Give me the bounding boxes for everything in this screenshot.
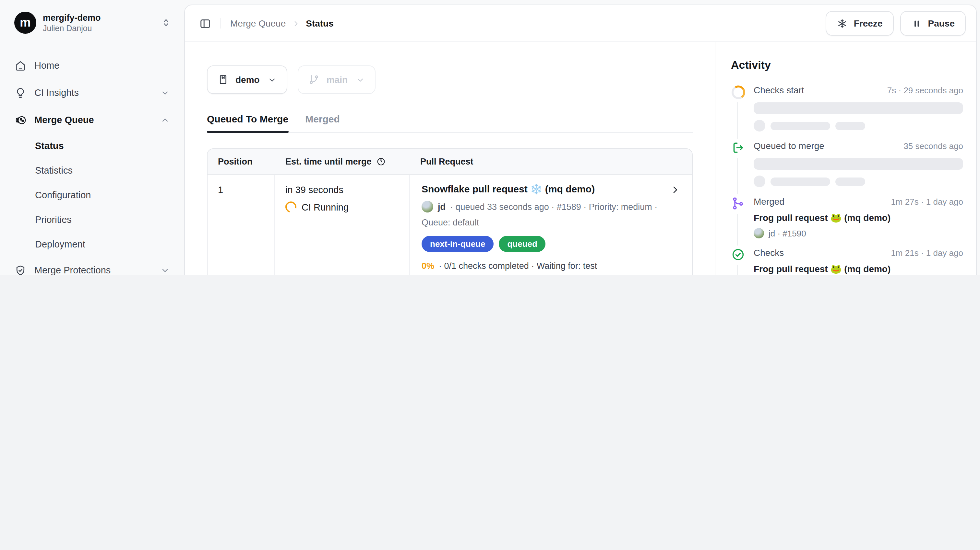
org-switcher[interactable]: m mergify-demo Julien Danjou (9, 8, 177, 38)
git-merge-icon (731, 196, 745, 211)
activity-item[interactable]: Checks start7s · 29 seconds ago (731, 85, 963, 141)
check-circle-icon (731, 247, 745, 262)
branch-select-value: main (326, 74, 348, 85)
activity-time: 35 seconds ago (904, 141, 963, 151)
freeze-button[interactable]: Freeze (826, 11, 894, 36)
chevron-down-icon (355, 75, 365, 84)
sidebar-item-ci-insights[interactable]: CI Insights (8, 79, 177, 106)
chevron-right-icon[interactable] (670, 183, 680, 195)
chevron-up-icon (160, 115, 170, 125)
queue-row[interactable]: 1 in 39 seconds CI Running Snowfl (208, 175, 692, 275)
activity-item[interactable]: Merged1m 27s · 1 day agoFrog pull reques… (731, 196, 963, 247)
loading-skeleton (754, 102, 963, 141)
sidebar-item-statistics[interactable]: Statistics (8, 158, 177, 183)
breadcrumb-status: Status (306, 18, 334, 29)
pr-checks-summary: 0% · 0/1 checks completed · Waiting for:… (422, 261, 680, 271)
sidebar-item-label: Statistics (35, 165, 73, 176)
activity-label: Queued to merge (754, 141, 824, 151)
activity-pr-title: Frog pull request 🐸 (mq demo) (754, 264, 963, 274)
breadcrumb-merge-queue[interactable]: Merge Queue (230, 18, 286, 29)
repository-select[interactable]: demo (207, 65, 288, 94)
pull-request-title[interactable]: Snowflake pull request ❄️ (mq demo) (422, 183, 595, 195)
main-area: Merge Queue Status Freeze Pause (184, 0, 980, 275)
avatar-jd (422, 201, 433, 212)
sidebar-item-label: Home (34, 60, 59, 71)
sidebar-item-deployment[interactable]: Deployment (8, 232, 177, 257)
activity-byline: jd · #1590 (754, 228, 963, 247)
sidebar-item-status[interactable]: Status (8, 133, 177, 158)
sidebar-item-label: Merge Protections (34, 265, 111, 275)
app: m mergify-demo Julien Danjou HomeCI Insi… (0, 0, 980, 275)
org-name: mergify-demo (43, 13, 101, 22)
sidebar-toggle-button[interactable] (199, 17, 212, 30)
queue-tabs: Queued To Merge Merged (207, 113, 693, 133)
divider (221, 18, 221, 29)
queue-row-position: 1 (208, 175, 275, 275)
activity-item[interactable]: Checks1m 21s · 1 day agoFrog pull reques… (731, 247, 963, 275)
chevrons-up-down-icon (161, 17, 171, 28)
queue-table: Position Est. time until merge Pull Requ… (207, 148, 693, 275)
main-card: Merge Queue Status Freeze Pause (184, 5, 977, 275)
git-branch-icon (309, 74, 320, 86)
repository-select-value: demo (235, 74, 260, 85)
pr-author: jd (438, 202, 445, 211)
sidebar-item-home[interactable]: Home (8, 52, 177, 79)
column-position: Position (208, 149, 275, 174)
sidebar-item-label: CI Insights (34, 87, 79, 98)
help-circle-icon[interactable] (376, 157, 386, 166)
tab-merged[interactable]: Merged (305, 113, 340, 132)
tab-queued-to-merge[interactable]: Queued To Merge (207, 113, 288, 132)
shield-check-icon (14, 264, 27, 275)
label-next-in-queue: next-in-queue (422, 236, 493, 252)
activity-item[interactable]: Queued to merge35 seconds ago (731, 141, 963, 196)
branch-select: main (298, 65, 375, 94)
sidebar-item-label: Merge Queue (34, 115, 94, 125)
sidebar-nav: HomeCI InsightsMerge QueueStatusStatisti… (0, 43, 184, 275)
org-user: Julien Danjou (43, 24, 101, 33)
mergify-logo: m (14, 12, 36, 34)
sidebar-item-label: Configuration (35, 190, 91, 200)
activity-list: Checks start7s · 29 seconds agoQueued to… (731, 85, 963, 275)
activity-title: Activity (731, 59, 963, 72)
chevron-down-icon (160, 88, 170, 98)
chevron-down-icon (160, 265, 170, 275)
pause-button[interactable]: Pause (900, 11, 966, 36)
breadcrumb-chevron-icon (291, 19, 300, 27)
activity-label: Checks start (754, 85, 804, 95)
sidebar-item-merge-protections[interactable]: Merge Protections (8, 257, 177, 275)
pull-request-meta: jd · queued 33 seconds ago · #1589 · Pri… (422, 201, 680, 212)
chevron-down-icon (267, 75, 277, 84)
activity-label: Merged (754, 196, 784, 207)
sidebar-item-label: Deployment (35, 239, 85, 249)
activity-time: 7s · 29 seconds ago (887, 86, 963, 95)
sidebar-item-configuration[interactable]: Configuration (8, 183, 177, 207)
loading-skeleton (754, 158, 963, 196)
sidebar-item-merge-queue[interactable]: Merge Queue (8, 106, 177, 133)
sidebar-item-priorities[interactable]: Priorities (8, 207, 177, 232)
snowflake-icon (837, 18, 848, 29)
avatar-jd (754, 228, 764, 238)
home-icon (14, 59, 27, 71)
column-pull-request: Pull Request (410, 149, 692, 174)
activity-label: Checks (754, 247, 784, 258)
activity-time: 1m 27s · 1 day ago (891, 197, 963, 207)
topbar: Merge Queue Status Freeze Pause (185, 5, 976, 42)
sidebar-item-label: Status (35, 141, 64, 151)
activity-panel: Activity Checks start7s · 29 seconds ago… (715, 42, 976, 275)
column-est-time: Est. time until merge (275, 149, 410, 174)
ci-running-spinner-icon (283, 200, 298, 214)
sidebar: m mergify-demo Julien Danjou HomeCI Insi… (0, 0, 184, 275)
queue-table-header: Position Est. time until merge Pull Requ… (208, 149, 692, 175)
lightbulb-icon (14, 87, 27, 99)
queue-row-eta: in 39 seconds (285, 185, 399, 195)
sidebar-item-label: Priorities (35, 214, 72, 225)
queued-to-merge-icon (731, 141, 745, 155)
breadcrumb: Merge Queue Status (230, 18, 334, 29)
pr-queue-name: Queue: default (422, 218, 680, 227)
repository-icon (217, 74, 229, 86)
activity-time: 1m 21s · 1 day ago (891, 248, 963, 258)
ci-status: CI Running (285, 201, 399, 212)
checks-progress: 0% (422, 261, 434, 271)
spinner-icon (731, 85, 745, 99)
pause-icon (911, 18, 922, 29)
